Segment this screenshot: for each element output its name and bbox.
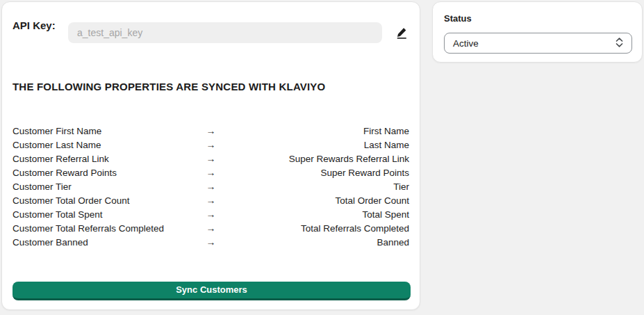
mapping-row: Customer Tier → Tier [13,179,409,193]
mapping-source: Customer Tier [13,181,201,192]
page: { "left_card": { "api_key": { "label": "… [0,0,644,315]
arrow-right-icon: → [201,223,222,234]
mapping-row: Customer Total Referrals Completed → Tot… [13,221,409,235]
arrow-right-icon: → [201,181,222,192]
arrow-right-icon: → [201,209,222,220]
mapping-row: Customer Referral Link → Super Rewards R… [13,152,409,165]
mapping-row: Customer First Name → First Name [13,124,409,138]
mapping-source: Customer Last Name [13,140,201,150]
mapping-target: Super Reward Points [222,168,410,178]
mapping-target: Last Name [222,140,410,150]
mapping-target: Total Spent [222,209,410,220]
arrow-right-icon: → [201,139,222,150]
mapping-target: Total Referrals Completed [222,223,410,234]
mapping-row: Customer Total Spent → Total Spent [13,207,409,221]
arrow-right-icon: → [201,236,222,248]
api-key-label: API Key: [13,19,68,33]
arrow-right-icon: → [201,195,222,206]
synced-properties-heading: THE FOLLOWING PROPERTIES ARE SYNCED WITH… [13,81,409,93]
up-down-chevron-icon [616,38,623,49]
mapping-row: Customer Banned → Banned [13,235,409,249]
arrow-right-icon: → [201,125,222,136]
edit-api-key-button[interactable] [394,26,409,41]
sync-customers-button[interactable]: Sync Customers [13,282,411,300]
mapping-source: Customer Referral Link [13,154,201,164]
api-key-row: API Key: [13,19,409,43]
status-label: Status [444,13,631,24]
arrow-right-icon: → [201,153,222,164]
mapping-source: Customer Reward Points [13,168,201,178]
mapping-target: Banned [222,237,410,248]
mapping-target: Total Order Count [222,195,410,206]
mapping-source: Customer Banned [13,237,201,248]
mapping-source: Customer Total Referrals Completed [13,223,201,234]
mapping-row: Customer Reward Points → Super Reward Po… [13,165,409,179]
arrow-right-icon: → [201,167,222,178]
mapping-row: Customer Total Order Count → Total Order… [13,193,409,207]
status-select-value: Active [453,38,479,49]
mapping-row: Customer Last Name → Last Name [13,138,409,152]
mapping-target: Super Rewards Referral Link [222,154,410,164]
api-sync-card: API Key: THE FOLLOWING PROPERTIES ARE SY… [1,1,420,310]
status-select[interactable]: Active [444,33,632,54]
mapping-target: First Name [222,126,410,136]
mapping-source: Customer First Name [13,126,201,136]
pencil-edit-icon [395,26,408,42]
api-key-input[interactable] [68,22,382,43]
status-card: Status Active [432,1,643,63]
mapping-source: Customer Total Order Count [13,195,201,206]
property-mapping-list: Customer First Name → First Name Custome… [13,124,409,249]
mapping-target: Tier [222,181,410,192]
mapping-source: Customer Total Spent [13,209,201,220]
